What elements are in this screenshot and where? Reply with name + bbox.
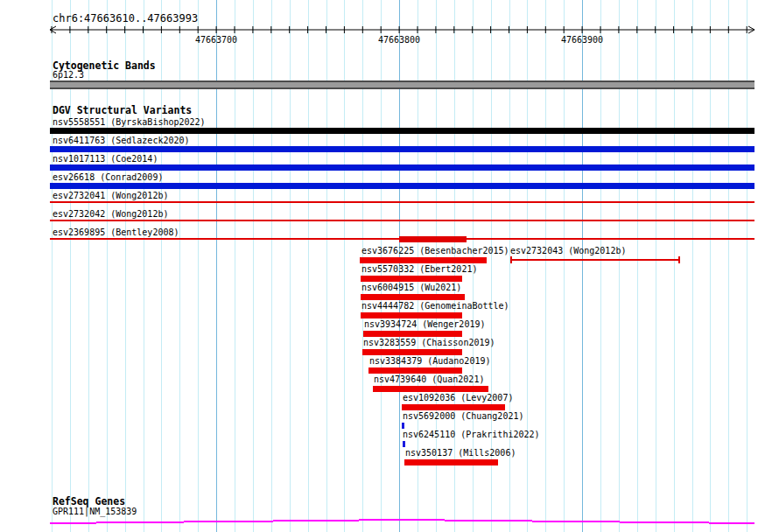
gene-line-segment[interactable] (96, 522, 184, 523)
variant-bar[interactable] (373, 386, 488, 392)
variant-point[interactable] (402, 423, 404, 429)
variant-label: nsv350137 (Mills2006) (405, 448, 516, 458)
variant-bar[interactable] (361, 294, 465, 300)
gene-line-segment[interactable] (445, 520, 532, 522)
variant-label: esv2732043 (Wong2012b) (510, 246, 626, 256)
variant-label: esv2732042 (Wong2012b) (53, 209, 168, 219)
variant-bar[interactable] (363, 331, 462, 337)
variant-label: nsv3384379 (Audano2019) (369, 356, 490, 366)
variant-bar[interactable] (50, 164, 754, 171)
gene-line-segment[interactable] (273, 520, 359, 522)
gene-line-segment[interactable] (50, 522, 96, 524)
variant-label: esv3676225 (Besenbacher2015) (361, 246, 509, 256)
variant-point[interactable] (403, 441, 405, 447)
gene-line-segment[interactable] (184, 521, 273, 522)
cytogenetic-band[interactable] (50, 80, 754, 89)
variant-label: nsv4444782 (GenomeinaBottle) (361, 301, 509, 311)
variant-bar[interactable] (361, 276, 462, 282)
gene-line-segment[interactable] (532, 521, 620, 522)
variant-bar[interactable] (404, 459, 498, 466)
variant-label: nsv6411763 (Sedlazeck2020) (53, 136, 190, 145)
variant-label: nsv5558551 (ByrskaBishop2022) (53, 117, 206, 127)
variant-bar[interactable] (361, 312, 462, 318)
variant-line[interactable] (50, 201, 754, 203)
gene-line-segment[interactable] (359, 519, 445, 521)
gene-line-segment[interactable] (620, 522, 709, 523)
variant-label: nsv6004915 (Wu2021) (361, 283, 461, 292)
ruler-tick-label: 47663900 (561, 35, 603, 45)
variant-label: esv1092036 (Levy2007) (403, 393, 513, 402)
variant-bar[interactable] (50, 183, 754, 189)
ruler-tick-label: 47663800 (378, 35, 420, 45)
variant-label: nsv3934724 (Wenger2019) (364, 319, 485, 329)
cytoband-label: 6p12.3 (53, 70, 84, 80)
track-title-dgv: DGV Structural Variants (53, 105, 192, 116)
variant-label: nsv3283559 (Chaisson2019) (363, 338, 495, 347)
variant-label: nsv1017113 (Coe2014) (53, 154, 158, 164)
variant-inner-box[interactable] (399, 236, 467, 242)
variant-label: esv2369895 (Bentley2008) (53, 228, 179, 237)
gene-line-segment[interactable] (709, 522, 754, 524)
track-title-refseq: RefSeq Genes (53, 496, 125, 507)
variant-bar[interactable] (362, 349, 462, 355)
variant-whisker[interactable] (510, 256, 680, 263)
variant-bar[interactable] (360, 257, 487, 263)
variant-label: esv2732041 (Wong2012b) (53, 191, 168, 200)
variant-label: nsv5692000 (Chuang2021) (403, 411, 523, 421)
refseq-gene-label: GPR111|NM_153839 (53, 507, 137, 516)
variant-bar[interactable] (402, 404, 505, 410)
variant-bar[interactable] (50, 146, 754, 152)
ruler-tick-label: 47663700 (195, 35, 237, 45)
variant-line[interactable] (50, 220, 754, 221)
variant-label: esv26618 (Conrad2009) (53, 172, 163, 182)
variant-label: nsv4739640 (Quan2021) (374, 374, 484, 384)
variant-label: nsv5570332 (Ebert2021) (361, 264, 477, 274)
variant-label: nsv6245110 (Prakrithi2022) (403, 430, 540, 439)
variant-bar[interactable] (50, 128, 754, 134)
variant-bar[interactable] (368, 368, 462, 374)
genome-browser-view: chr6:47663610..47663993 4766370047663800… (0, 0, 779, 532)
region-label: chr6:47663610..47663993 (53, 13, 198, 24)
